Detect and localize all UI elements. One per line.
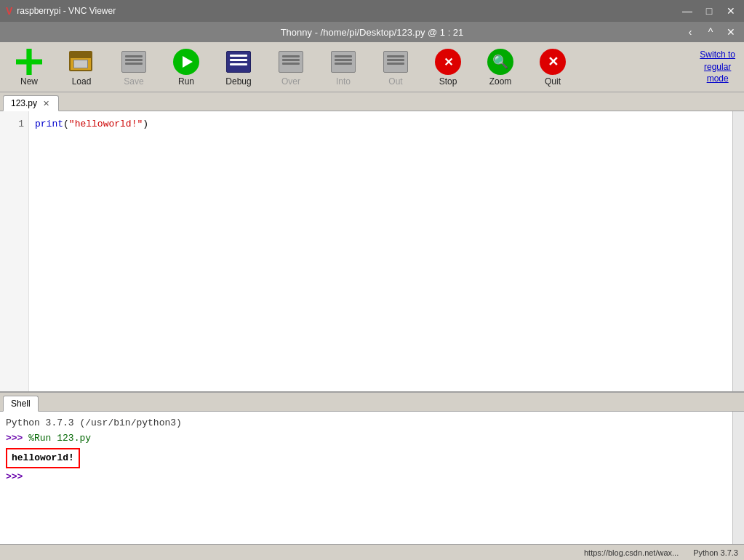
app-title-text: Thonny - /home/pi/Desktop/123.py @ 1 : 2… — [281, 27, 464, 38]
title-bar: V raspberrypi - VNC Viewer — □ ✕ — [0, 0, 744, 22]
minimize-button[interactable]: — — [680, 4, 695, 18]
over-button[interactable]: Over — [265, 45, 317, 89]
app-controls: ‹ ^ ✕ — [683, 26, 738, 38]
tab-close-icon[interactable]: ✕ — [41, 99, 51, 108]
debug-icon — [225, 49, 252, 75]
code-content[interactable]: print("helloworld!") — [29, 111, 732, 391]
shell-prompt-2: >>> — [6, 471, 23, 482]
vnc-logo-icon: V — [6, 5, 12, 17]
shell-run-line: >>> %Run 123.py — [6, 431, 727, 447]
stop-icon — [435, 49, 461, 75]
shell-tab-bar: Shell — [0, 393, 744, 412]
zoom-button[interactable]: Zoom — [474, 45, 527, 89]
new-button[interactable]: New — [3, 45, 55, 89]
debug-label: Debug — [225, 76, 251, 87]
save-icon — [121, 49, 147, 75]
load-button[interactable]: Load — [55, 45, 108, 89]
line-numbers: 1 — [0, 111, 29, 391]
line-number-1: 1 — [4, 117, 24, 132]
into-icon — [330, 49, 356, 75]
status-version: Python 3.7.3 — [693, 548, 738, 557]
code-editor: 1 print("helloworld!") — [0, 111, 744, 391]
into-label: Into — [336, 76, 351, 87]
shell-scrollbar[interactable] — [732, 412, 744, 544]
shell-prompt-line: >>> — [6, 470, 727, 485]
zoom-icon — [487, 49, 513, 75]
editor-scrollbar[interactable] — [732, 111, 744, 391]
new-label: New — [20, 76, 38, 87]
app-ctrl-up[interactable]: ^ — [703, 26, 718, 38]
shell-tab[interactable]: Shell — [3, 396, 39, 412]
status-bar: https://blog.csdn.net/wax... Python 3.7.… — [0, 544, 744, 560]
run-icon — [173, 49, 199, 75]
over-label: Over — [281, 76, 300, 87]
shell-content: Python 3.7.3 (/usr/bin/python3) >>> %Run… — [0, 412, 744, 544]
shell-cmd-text: %Run 123.py — [28, 433, 91, 444]
status-url: https://blog.csdn.net/wax... — [584, 548, 679, 557]
maximize-button[interactable]: □ — [702, 4, 716, 18]
window-title: raspberrypi - VNC Viewer — [17, 6, 680, 16]
shell-prompt-1: >>> — [6, 433, 23, 444]
shell-output-box: helloworld! — [6, 448, 80, 469]
quit-label: Quit — [545, 76, 561, 87]
switch-mode-button[interactable]: Switch to regular mode — [694, 46, 741, 88]
into-button[interactable]: Into — [317, 45, 369, 89]
tab-filename: 123.py — [11, 98, 37, 108]
shell-output-line: helloworld! — [6, 447, 727, 471]
load-icon — [68, 49, 95, 75]
run-label: Run — [178, 76, 194, 87]
stop-label: Stop — [439, 76, 457, 87]
over-icon — [278, 49, 304, 75]
run-button[interactable]: Run — [160, 45, 212, 89]
new-icon — [16, 49, 42, 75]
zoom-label: Zoom — [489, 76, 512, 87]
quit-button[interactable]: Quit — [527, 45, 579, 89]
shell-info-line: Python 3.7.3 (/usr/bin/python3) — [6, 416, 727, 431]
editor-area: 123.py ✕ 1 print("helloworld!") — [0, 92, 744, 391]
quit-icon — [540, 49, 566, 75]
out-label: Out — [388, 76, 402, 87]
app-title-bar: Thonny - /home/pi/Desktop/123.py @ 1 : 2… — [0, 22, 744, 42]
window-controls: — □ ✕ — [680, 4, 738, 18]
stop-button[interactable]: Stop — [422, 45, 474, 89]
tab-bar: 123.py ✕ — [0, 92, 744, 111]
save-label: Save — [124, 76, 143, 87]
shell-panel: Shell Python 3.7.3 (/usr/bin/python3) >>… — [0, 391, 744, 544]
shell-output: Python 3.7.3 (/usr/bin/python3) >>> %Run… — [0, 412, 732, 544]
out-button[interactable]: Out — [369, 45, 422, 89]
app-ctrl-left[interactable]: ‹ — [683, 26, 697, 38]
out-icon — [383, 49, 409, 75]
editor-tab-123py[interactable]: 123.py ✕ — [3, 95, 59, 111]
app-ctrl-close[interactable]: ✕ — [724, 26, 738, 38]
debug-button[interactable]: Debug — [212, 45, 265, 89]
save-button[interactable]: Save — [108, 45, 160, 89]
load-label: Load — [72, 76, 92, 87]
toolbar: New Load Save Run De — [0, 42, 744, 92]
close-window-button[interactable]: ✕ — [724, 4, 738, 18]
